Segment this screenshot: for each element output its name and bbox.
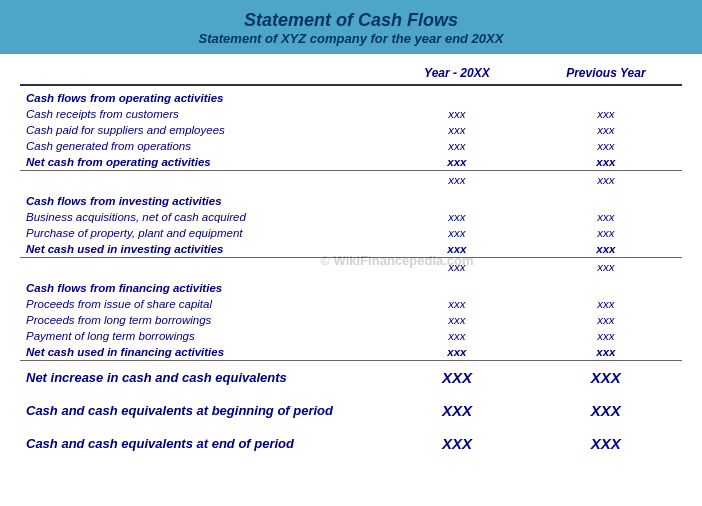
cell-year: xxx: [384, 225, 530, 241]
cell-prev: xxx: [530, 296, 682, 312]
cell-year: xxx: [384, 171, 530, 190]
cell-prev: xxx: [530, 122, 682, 138]
page: Statement of Cash Flows Statement of XYZ…: [0, 0, 702, 506]
summary-prev: XXX: [530, 427, 682, 460]
summary-label: Cash and cash equivalents at beginning o…: [20, 394, 384, 427]
table-row: Proceeds from issue of share capitalxxxx…: [20, 296, 682, 312]
table-row: Net cash used in financing activitiesxxx…: [20, 344, 682, 361]
cell-label: Cash paid for suppliers and employees: [20, 122, 384, 138]
summary-year: XXX: [384, 361, 530, 395]
cell-year: xxx: [384, 241, 530, 258]
content-area: © WikiFinancepedia.com Year - 20XX Previ…: [0, 54, 702, 470]
cell-label: Proceeds from long term borrowings: [20, 312, 384, 328]
table-row: Purchase of property, plant and equipmen…: [20, 225, 682, 241]
cell-year: xxx: [384, 106, 530, 122]
cell-year: xxx: [384, 312, 530, 328]
cell-prev: xxx: [530, 241, 682, 258]
table-row: Cash generated from operationsxxxxxx: [20, 138, 682, 154]
summary-row: Net increase in cash and cash equivalent…: [20, 361, 682, 395]
cell-prev: xxx: [530, 312, 682, 328]
col-header-label: [20, 62, 384, 85]
cell-prev: xxx: [530, 209, 682, 225]
cell-prev: xxx: [530, 225, 682, 241]
cell-label: Payment of long term borrowings: [20, 328, 384, 344]
table-row: xxxxxx: [20, 258, 682, 277]
cell-year: xxx: [384, 138, 530, 154]
table-row: xxxxxx: [20, 171, 682, 190]
cell-prev: xxx: [530, 328, 682, 344]
cell-label: Net cash used in investing activities: [20, 241, 384, 258]
cell-label: Cash receipts from customers: [20, 106, 384, 122]
cell-year: xxx: [384, 122, 530, 138]
header: Statement of Cash Flows Statement of XYZ…: [0, 0, 702, 54]
table-row: Business acquisitions, net of cash acqui…: [20, 209, 682, 225]
cell-year: xxx: [384, 209, 530, 225]
summary-row: Cash and cash equivalents at beginning o…: [20, 394, 682, 427]
cell-year: xxx: [384, 258, 530, 277]
table-row: Cash flows from financing activities: [20, 276, 682, 296]
page-subtitle: Statement of XYZ company for the year en…: [20, 31, 682, 46]
cell-year: xxx: [384, 328, 530, 344]
cell-label: [20, 171, 384, 190]
table-row: Cash flows from investing activities: [20, 189, 682, 209]
cell-year: xxx: [384, 296, 530, 312]
cell-prev: [530, 189, 682, 209]
cell-prev: xxx: [530, 171, 682, 190]
cell-label: Net cash from operating activities: [20, 154, 384, 171]
cell-label: [20, 258, 384, 277]
table-row: Cash paid for suppliers and employeesxxx…: [20, 122, 682, 138]
cell-prev: [530, 276, 682, 296]
cash-flow-table: Year - 20XX Previous Year Cash flows fro…: [20, 62, 682, 460]
cell-prev: xxx: [530, 344, 682, 361]
summary-prev: XXX: [530, 394, 682, 427]
summary-label: Cash and cash equivalents at end of peri…: [20, 427, 384, 460]
cell-prev: xxx: [530, 154, 682, 171]
page-title: Statement of Cash Flows: [20, 10, 682, 31]
cell-label: Cash flows from financing activities: [20, 276, 384, 296]
cell-prev: [530, 85, 682, 106]
col-header-prev: Previous Year: [530, 62, 682, 85]
cell-label: Cash generated from operations: [20, 138, 384, 154]
summary-year: XXX: [384, 427, 530, 460]
table-row: Cash flows from operating activities: [20, 85, 682, 106]
table-row: Cash receipts from customersxxxxxx: [20, 106, 682, 122]
table-row: Net cash used in investing activitiesxxx…: [20, 241, 682, 258]
table-row: Proceeds from long term borrowingsxxxxxx: [20, 312, 682, 328]
cell-prev: xxx: [530, 106, 682, 122]
cell-prev: xxx: [530, 258, 682, 277]
cell-year: xxx: [384, 154, 530, 171]
cell-year: [384, 276, 530, 296]
table-row: Net cash from operating activitiesxxxxxx: [20, 154, 682, 171]
cell-label: Net cash used in financing activities: [20, 344, 384, 361]
summary-year: XXX: [384, 394, 530, 427]
summary-row: Cash and cash equivalents at end of peri…: [20, 427, 682, 460]
summary-label: Net increase in cash and cash equivalent…: [20, 361, 384, 395]
cell-prev: xxx: [530, 138, 682, 154]
table-row: Payment of long term borrowingsxxxxxx: [20, 328, 682, 344]
cell-label: Business acquisitions, net of cash acqui…: [20, 209, 384, 225]
cell-label: Cash flows from investing activities: [20, 189, 384, 209]
cell-year: [384, 85, 530, 106]
cell-label: Purchase of property, plant and equipmen…: [20, 225, 384, 241]
cell-label: Proceeds from issue of share capital: [20, 296, 384, 312]
table-header-row: Year - 20XX Previous Year: [20, 62, 682, 85]
cell-label: Cash flows from operating activities: [20, 85, 384, 106]
cell-year: [384, 189, 530, 209]
cell-year: xxx: [384, 344, 530, 361]
col-header-year: Year - 20XX: [384, 62, 530, 85]
summary-prev: XXX: [530, 361, 682, 395]
